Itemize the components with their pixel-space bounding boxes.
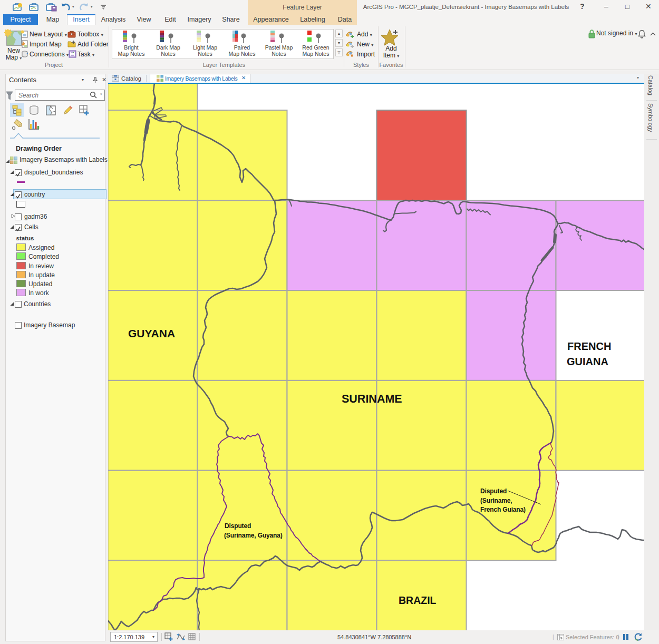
svg-text:(Suriname,: (Suriname, (480, 497, 512, 504)
svg-text:(Suriname, Guyana): (Suriname, Guyana) (224, 532, 283, 539)
svg-text:SURINAME: SURINAME (342, 393, 402, 405)
svg-text:FRENCH: FRENCH (567, 340, 611, 352)
svg-text:GUYANA: GUYANA (128, 327, 175, 339)
svg-text:Disputed: Disputed (480, 487, 507, 495)
svg-text:French Guiana): French Guiana) (480, 506, 526, 513)
svg-text:BRAZIL: BRAZIL (399, 594, 437, 606)
svg-text:Disputed: Disputed (225, 522, 251, 530)
svg-text:GUIANA: GUIANA (567, 356, 608, 367)
